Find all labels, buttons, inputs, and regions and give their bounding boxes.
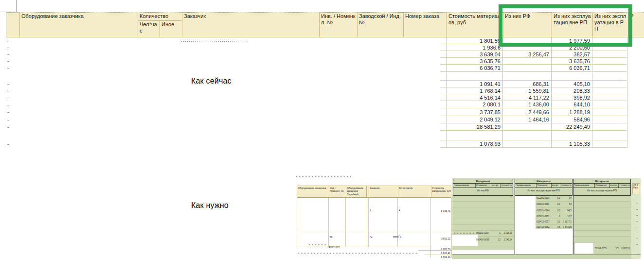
materials-cost-cell[interactable]: 3 639,04 (446, 51, 502, 57)
inside-rp-cell[interactable] (592, 81, 627, 87)
materials-cost-cell[interactable]: 4 516,14 (446, 94, 502, 101)
mini-cost-value: 6 036,71 (431, 210, 450, 213)
outside-rp-cell[interactable]: 644,10 (551, 101, 592, 108)
table-row: 28 581,2922 249,49 (6, 123, 627, 131)
row-number-cells (440, 131, 627, 140)
materials-cost-cell[interactable] (446, 72, 502, 80)
rf-cell[interactable]: 686,31 (502, 81, 551, 87)
mini-gridline (451, 198, 452, 257)
inside-rp-cell[interactable] (592, 58, 627, 64)
outside-rp-cell[interactable]: 1 105,33 (551, 140, 592, 147)
outside-rp-cell[interactable]: 208,33 (551, 87, 592, 94)
materials-cost-cell[interactable]: 2 080,1 (446, 101, 502, 108)
rf-cell[interactable] (502, 58, 551, 64)
redacted-row-marker (7, 68, 9, 69)
header-other[interactable]: Иное (160, 21, 182, 37)
group-divider-line (573, 196, 573, 254)
inside-rp-cell[interactable] (592, 140, 627, 147)
row-left-pad (440, 37, 446, 44)
materials-cost-cell[interactable]: 1 091,41 (446, 81, 502, 87)
outside-rp-cell[interactable]: 22 249,49 (551, 123, 592, 130)
header-inventory[interactable]: Инв. / Номенкл. № (319, 13, 357, 37)
row-left-pad (440, 140, 446, 147)
material-cost: 6 828,56 (615, 248, 630, 250)
row-left-pad (440, 81, 446, 87)
materials-cost-cell[interactable] (446, 131, 502, 140)
materials-cost-cell[interactable]: 1 078,93 (446, 140, 502, 147)
rf-cell[interactable]: 3 256,47 (502, 51, 551, 57)
inside-rp-cell[interactable] (592, 123, 627, 130)
materials-cost-cell[interactable]: 1 801,59 (446, 37, 502, 44)
table-row (6, 72, 627, 81)
material-cost: 94 (557, 197, 572, 200)
material-nomenclature: 51363-0155 (595, 248, 607, 250)
inside-rp-cell[interactable] (592, 101, 627, 108)
materials-cost-cell[interactable]: 2 049,12 (446, 116, 502, 123)
mini-gridline (328, 198, 329, 247)
rf-cell[interactable]: 1 559,81 (502, 87, 551, 94)
rf-cell[interactable]: 1 436,00 (502, 101, 551, 108)
redacted-row-marker (7, 112, 9, 113)
outside-rp-cell[interactable]: 405,10 (551, 81, 592, 87)
outside-rp-cell[interactable]: 398,92 (551, 94, 592, 101)
outside-rp-cell[interactable]: 1 288,19 (551, 108, 592, 116)
rf-cell[interactable] (502, 72, 551, 80)
rf-cell[interactable]: 1 464,16 (502, 116, 551, 123)
outside-rp-cell[interactable]: 6 036,71 (551, 65, 592, 71)
inside-rp-cell[interactable] (592, 116, 627, 123)
materials-cost-cell[interactable]: 1 768,14 (446, 87, 502, 94)
inside-rp-cell[interactable] (592, 131, 627, 140)
mini-row-tick (636, 221, 638, 222)
mini-dotted-row-line (297, 253, 418, 254)
row-number-cells (440, 72, 627, 81)
header-materials-cost[interactable]: Стоимость материалов, руб (447, 13, 503, 37)
header-equipment[interactable]: Оборудование заказчика (19, 13, 138, 37)
redacted-row-marker (7, 105, 9, 105)
mini-registrar-value: ммо Гц (393, 236, 401, 239)
inside-rp-cell[interactable] (592, 87, 627, 94)
row-number-cells: 1 078,931 105,33 (440, 140, 627, 148)
outside-rp-cell[interactable]: 382,57 (551, 51, 592, 57)
outside-rp-cell[interactable]: 584,96 (551, 116, 592, 123)
inside-rp-cell[interactable] (592, 108, 627, 116)
rf-cell[interactable] (502, 65, 551, 71)
inside-rp-cell[interactable] (592, 72, 627, 80)
material-cost: 54 (557, 204, 572, 206)
rf-cell[interactable] (502, 140, 551, 147)
rf-cell[interactable]: 2 449,66 (502, 108, 551, 116)
header-quantity[interactable]: Количество (138, 13, 182, 21)
header-row-marker-cell[interactable] (6, 13, 19, 37)
rf-cell[interactable]: 4 117,22 (502, 94, 551, 101)
rf-cell[interactable] (502, 131, 551, 140)
materials-group-subtitle: Из них эксплуатация вне РП (515, 188, 572, 197)
materials-group-subtitle: Из них РФ (453, 188, 513, 197)
header-quantity-group[interactable]: Количество Чел*час Иное (138, 13, 182, 37)
materials-cost-cell[interactable]: 1 936,6 (446, 44, 502, 51)
redaction-patch (452, 235, 478, 246)
inside-rp-cell[interactable] (592, 65, 627, 71)
row-number-cells: 1 091,41686,31405,10 (440, 81, 627, 87)
header-factory[interactable]: Заводской / Инд. № (357, 13, 403, 37)
mini-gridline (297, 198, 297, 247)
outside-rp-cell[interactable]: 3 635,76 (551, 58, 592, 64)
outside-rp-cell[interactable] (551, 72, 592, 80)
header-customer[interactable]: Заказчик (182, 13, 319, 37)
row-left-pad (440, 51, 446, 57)
materials-cost-cell[interactable]: 28 581,29 (446, 123, 502, 130)
materials-column-header: Номенклат (475, 184, 491, 188)
table-row: 4 516,144 117,22398,92 (6, 94, 627, 101)
materials-group-columns: НаименованиеНоменклаткол-востоимость (573, 184, 630, 188)
outside-rp-cell[interactable] (551, 131, 592, 140)
table-row: 3 639,043 256,47382,57 (6, 51, 627, 58)
rf-cell[interactable] (502, 123, 551, 130)
materials-group-title: Материалы (453, 179, 513, 184)
materials-cost-cell[interactable]: 3 635,76 (446, 58, 502, 64)
column-divider-line (16, 0, 17, 12)
mini-table-header: Оборудование заказчика Инв. / Номенкл. №… (297, 186, 451, 198)
materials-cost-cell[interactable]: 3 737,85 (446, 108, 502, 116)
inside-rp-cell[interactable] (592, 51, 627, 57)
inside-rp-cell[interactable] (592, 94, 627, 101)
materials-cost-cell[interactable]: 6 036,71 (446, 65, 502, 71)
header-manhours[interactable]: Чел*час (138, 21, 160, 37)
header-order-number[interactable]: Номер заказа (403, 13, 447, 37)
